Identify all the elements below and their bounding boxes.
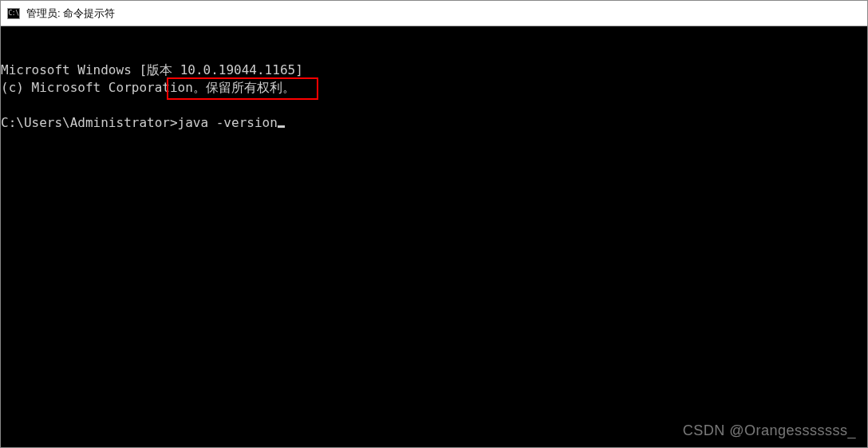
app-icon: C:\ bbox=[7, 8, 20, 19]
cursor-icon bbox=[278, 125, 285, 128]
window-title: 管理员: 命令提示符 bbox=[26, 6, 115, 21]
terminal-output-line: (c) Microsoft Corporation。保留所有权利。 bbox=[1, 79, 867, 97]
terminal-output-line: Microsoft Windows [版本 10.0.19044.1165] bbox=[1, 61, 867, 79]
terminal-prompt-line: C:\Users\Administrator>java -version bbox=[1, 114, 867, 132]
prompt-text: C:\Users\Administrator> bbox=[1, 115, 178, 130]
terminal-blank-line bbox=[1, 97, 867, 114]
terminal-area[interactable]: Microsoft Windows [版本 10.0.19044.1165](c… bbox=[1, 26, 867, 447]
watermark-text: CSDN @Orangesssssss_ bbox=[683, 422, 856, 439]
command-text: java -version bbox=[178, 115, 278, 130]
cmd-window: C:\ 管理员: 命令提示符 Microsoft Windows [版本 10.… bbox=[0, 0, 868, 448]
titlebar[interactable]: C:\ 管理员: 命令提示符 bbox=[1, 1, 867, 26]
